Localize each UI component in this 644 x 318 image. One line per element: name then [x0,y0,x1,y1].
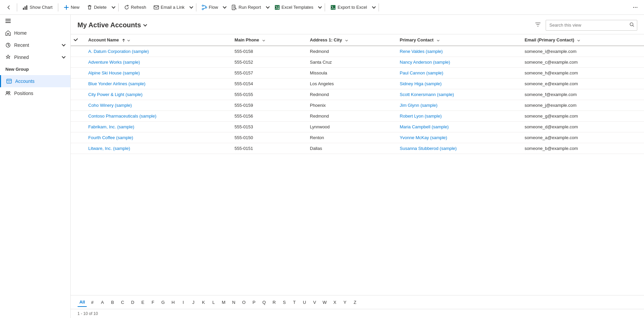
svg-rect-14 [7,79,11,83]
account-name-link[interactable]: City Power & Light (sample) [88,92,142,97]
export-excel-chevron[interactable] [371,2,377,13]
alpha-btn-w[interactable]: W [320,297,329,307]
account-name-link[interactable]: Alpine Ski House (sample) [88,70,140,75]
row-checkbox[interactable] [71,68,84,78]
col-city[interactable]: Address 1: City [306,34,396,46]
contact-link[interactable]: Scott Konersmann (sample) [400,92,454,97]
row-checkbox[interactable] [71,132,84,143]
cell-city: Phoenix [306,100,396,111]
hamburger-menu[interactable] [0,15,70,27]
col-email[interactable]: Email (Primary Contact) [520,34,644,46]
contact-link[interactable]: Sidney Higa (sample) [400,81,442,86]
delete-chevron[interactable] [111,2,116,13]
refresh-button[interactable]: Refresh [121,2,150,13]
search-button[interactable] [627,20,637,31]
pinned-chevron-icon [62,55,65,58]
back-button[interactable] [3,2,15,13]
account-name-link[interactable]: Blue Yonder Airlines (sample) [88,81,146,86]
contact-link[interactable]: Nancy Anderson (sample) [400,60,450,65]
more-icon [633,5,638,10]
cell-account-name: Fourth Coffee (sample) [84,132,230,143]
alpha-btn-all[interactable]: All [77,297,87,307]
alpha-btn-k[interactable]: K [199,297,208,307]
account-name-link[interactable]: Contoso Pharmaceuticals (sample) [88,114,156,119]
account-name-link[interactable]: Fourth Coffee (sample) [88,135,133,140]
select-all-header[interactable] [71,34,84,46]
positions-icon [5,91,11,96]
run-report-button[interactable]: Run Report [228,2,264,13]
alpha-btn-x[interactable]: X [330,297,340,307]
flow-chevron[interactable] [222,2,227,13]
alpha-btn-o[interactable]: O [239,297,249,307]
contact-link[interactable]: Maria Campbell (sample) [400,124,449,129]
account-name-link[interactable]: Fabrikam, Inc. (sample) [88,124,134,129]
delete-button[interactable]: Delete [84,2,110,13]
sidebar-item-recent[interactable]: Recent [0,39,70,51]
row-checkbox[interactable] [71,100,84,111]
account-name-link[interactable]: Litware, Inc. (sample) [88,146,130,151]
cell-city: Lynnwood [306,122,396,132]
view-header-right [533,20,637,31]
alpha-btn-g[interactable]: G [158,297,168,307]
alpha-btn-i[interactable]: I [179,297,188,307]
alpha-btn-y[interactable]: Y [340,297,350,307]
alpha-btn-l[interactable]: L [209,297,218,307]
email-link-chevron[interactable] [189,2,194,13]
show-chart-button[interactable]: Show Chart [19,2,56,13]
run-report-chevron[interactable] [265,2,270,13]
alpha-btn-q[interactable]: Q [259,297,269,307]
alpha-btn-v[interactable]: V [310,297,319,307]
alpha-btn-#[interactable]: # [88,297,97,307]
cell-city: Missoula [306,68,396,78]
sidebar-item-pinned[interactable]: Pinned [0,51,70,63]
alpha-btn-s[interactable]: S [280,297,289,307]
sidebar-item-positions[interactable]: Positions [0,87,70,99]
alpha-btn-t[interactable]: T [290,297,299,307]
filter-button[interactable] [533,20,543,31]
col-primary-contact[interactable]: Primary Contact [396,34,521,46]
contact-link[interactable]: Paul Cannon (sample) [400,70,443,75]
flow-button[interactable]: Flow [198,2,221,13]
alpha-btn-e[interactable]: E [138,297,148,307]
search-input[interactable] [546,23,627,28]
col-main-phone[interactable]: Main Phone [230,34,306,46]
alpha-btn-n[interactable]: N [229,297,238,307]
alpha-btn-r[interactable]: R [269,297,279,307]
contact-link[interactable]: Robert Lyon (sample) [400,114,442,119]
alpha-btn-j[interactable]: J [189,297,198,307]
account-name-link[interactable]: Coho Winery (sample) [88,103,132,108]
alpha-btn-u[interactable]: U [300,297,309,307]
alpha-btn-f[interactable]: F [148,297,158,307]
export-excel-button[interactable]: Export to Excel [327,2,370,13]
new-button[interactable]: New [60,2,83,13]
view-title-chevron[interactable] [144,20,147,31]
contact-link[interactable]: Yvonne McKay (sample) [400,135,447,140]
row-checkbox[interactable] [71,122,84,132]
excel-templates-chevron[interactable] [317,2,323,13]
account-name-link[interactable]: A. Datum Corporation (sample) [88,49,149,54]
alpha-btn-b[interactable]: B [108,297,117,307]
alpha-btn-h[interactable]: H [168,297,178,307]
row-checkbox[interactable] [71,89,84,100]
row-checkbox[interactable] [71,143,84,154]
row-checkbox[interactable] [71,78,84,89]
alpha-btn-m[interactable]: M [219,297,228,307]
alpha-btn-d[interactable]: D [128,297,137,307]
sidebar-item-accounts[interactable]: Accounts [0,75,70,87]
contact-link[interactable]: Susanna Stubberod (sample) [400,146,457,151]
email-link-button[interactable]: Email a Link [150,2,188,13]
sidebar-item-home[interactable]: Home [0,27,70,39]
row-checkbox[interactable] [71,57,84,68]
alpha-btn-z[interactable]: Z [350,297,360,307]
excel-templates-button[interactable]: Excel Templates [271,2,317,13]
account-name-link[interactable]: Adventure Works (sample) [88,60,140,65]
row-checkbox[interactable] [71,46,84,57]
contact-link[interactable]: Rene Valdes (sample) [400,49,443,54]
more-options-button[interactable] [629,2,641,13]
contact-link[interactable]: Jim Glynn (sample) [400,103,438,108]
alpha-btn-c[interactable]: C [118,297,127,307]
alpha-btn-a[interactable]: A [98,297,107,307]
alpha-btn-p[interactable]: P [249,297,259,307]
row-checkbox[interactable] [71,111,84,122]
col-account-name[interactable]: Account Name [84,34,230,46]
